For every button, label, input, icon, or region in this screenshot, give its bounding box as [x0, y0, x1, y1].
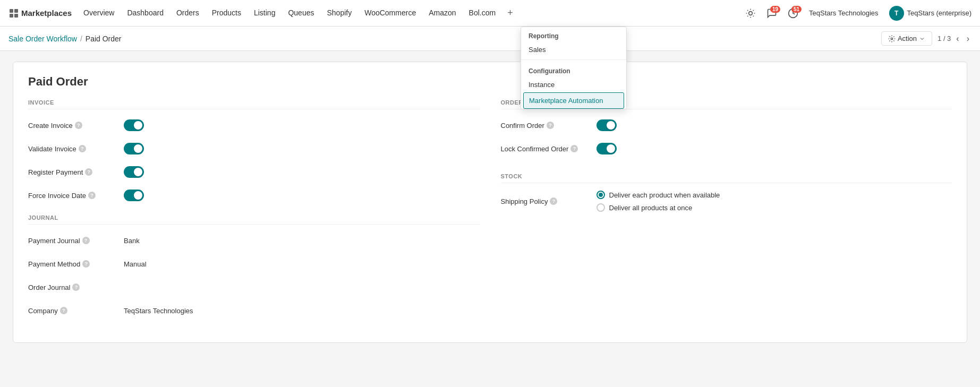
lock-confirmed-order-row: Lock Confirmed Order ?	[501, 140, 952, 157]
shipping-policy-help[interactable]: ?	[550, 197, 557, 205]
confirm-order-help[interactable]: ?	[547, 122, 554, 129]
payment-journal-label: Payment Journal ?	[28, 237, 124, 245]
form-title: Paid Order	[28, 75, 952, 89]
nav-item-woocommerce[interactable]: WooCommerce	[358, 0, 422, 26]
nav-item-products[interactable]: Products	[206, 0, 248, 26]
create-invoice-row: Create Invoice ?	[28, 117, 480, 134]
bug-icon-button[interactable]	[741, 5, 760, 22]
shipping-option-2[interactable]: Deliver all products at once	[596, 203, 720, 212]
breadcrumb-bar: Sale Order Workflow / Paid Order Action …	[0, 27, 980, 51]
chat-badge: 19	[770, 6, 780, 13]
action-button[interactable]: Action	[881, 31, 932, 46]
confirm-order-toggle[interactable]	[596, 119, 617, 131]
create-invoice-label: Create Invoice ?	[28, 122, 124, 130]
pager-next[interactable]: ›	[965, 33, 972, 45]
create-invoice-help[interactable]: ?	[75, 122, 82, 129]
form-sections: INVOICE Create Invoice ? Val	[28, 99, 952, 330]
confirm-order-row: Confirm Order ?	[501, 117, 952, 134]
left-column: INVOICE Create Invoice ? Val	[28, 99, 480, 330]
radio-deliver-each-label: Deliver each product when available	[609, 191, 720, 199]
main-content: Paid Order INVOICE Create Invoice ?	[0, 51, 980, 354]
journal-section: JOURNAL Payment Journal ? Bank Payment M…	[28, 214, 480, 319]
grid-icon	[10, 9, 18, 18]
nav-item-orders[interactable]: Orders	[170, 0, 206, 26]
invoice-section-header: INVOICE	[28, 99, 480, 109]
dropdown-marketplace-automation[interactable]: Marketplace Automation	[523, 92, 624, 109]
payment-journal-help[interactable]: ?	[82, 237, 90, 244]
force-invoice-date-toggle[interactable]	[124, 190, 144, 201]
register-payment-help[interactable]: ?	[85, 168, 92, 176]
shipping-policy-label: Shipping Policy ?	[501, 197, 596, 205]
nav-right: 19 51 TeqStars Technologies T TeqStars (…	[741, 5, 976, 22]
force-invoice-date-label: Force Invoice Date ?	[28, 192, 124, 200]
register-payment-label: Register Payment ?	[28, 168, 124, 176]
company-help[interactable]: ?	[60, 307, 67, 314]
journal-section-header: JOURNAL	[28, 214, 480, 225]
nav-item-bolcom[interactable]: Bol.com	[463, 0, 502, 26]
pager-text: 1 / 3	[938, 35, 951, 42]
payment-journal-value: Bank	[124, 237, 140, 245]
validate-invoice-label: Validate Invoice ?	[28, 145, 124, 153]
nav-item-overview[interactable]: Overview	[77, 0, 121, 26]
company-label: Company ?	[28, 307, 124, 315]
form-card: Paid Order INVOICE Create Invoice ?	[13, 62, 967, 343]
nav-item-shopify[interactable]: Shopify	[320, 0, 358, 26]
pager: 1 / 3 ‹ ›	[938, 33, 972, 45]
gear-icon	[888, 35, 896, 42]
order-journal-help[interactable]: ?	[72, 283, 80, 291]
shipping-policy-options: Deliver each product when available Deli…	[596, 191, 720, 212]
shipping-policy-row: Shipping Policy ? Deliver each product w…	[501, 191, 952, 212]
dropdown-sales[interactable]: Sales	[521, 42, 626, 57]
nav-item-queues[interactable]: Queues	[282, 0, 320, 26]
nav-item-amazon[interactable]: Amazon	[422, 0, 462, 26]
org-name[interactable]: TeqStars Technologies	[805, 9, 883, 17]
force-invoice-date-help[interactable]: ?	[88, 192, 96, 199]
invoice-section: INVOICE Create Invoice ? Val	[28, 99, 480, 204]
user-avatar: T	[889, 6, 904, 21]
radio-deliver-each[interactable]	[596, 191, 605, 199]
confirm-order-label: Confirm Order ?	[501, 122, 596, 130]
payment-method-value: Manual	[124, 260, 147, 268]
payment-method-row: Payment Method ? Manual	[28, 255, 480, 272]
stock-section-header: STOCK	[501, 173, 952, 183]
lock-confirmed-order-label: Lock Confirmed Order ?	[501, 145, 596, 153]
clock-icon-button[interactable]: 51	[783, 5, 803, 22]
pager-prev[interactable]: ‹	[954, 33, 961, 45]
dropdown-instance[interactable]: Instance	[521, 77, 626, 92]
validate-invoice-help[interactable]: ?	[79, 145, 86, 152]
breadcrumb-parent[interactable]: Sale Order Workflow	[8, 35, 77, 43]
nav-items: Overview Dashboard Orders Products Listi…	[77, 0, 518, 26]
shipping-option-1[interactable]: Deliver each product when available	[596, 191, 720, 199]
payment-journal-row: Payment Journal ? Bank	[28, 232, 480, 249]
lock-confirmed-order-toggle[interactable]	[596, 143, 617, 154]
nav-add-button[interactable]: +	[502, 0, 518, 26]
nav-item-dashboard[interactable]: Dashboard	[121, 0, 170, 26]
payment-method-label: Payment Method ?	[28, 260, 124, 268]
svg-point-0	[749, 11, 753, 15]
nav-item-listing[interactable]: Listing	[248, 0, 282, 26]
radio-deliver-all[interactable]	[596, 203, 605, 212]
create-invoice-toggle[interactable]	[124, 119, 144, 131]
nav-logo[interactable]: Marketplaces	[4, 8, 77, 18]
payment-method-help[interactable]: ?	[82, 260, 90, 268]
register-payment-row: Register Payment ?	[28, 164, 480, 180]
user-name: TeqStars (enterprise)	[907, 9, 972, 17]
company-value: TeqStars Technologies	[124, 307, 193, 315]
svg-point-2	[891, 38, 893, 40]
breadcrumb-separator: /	[80, 35, 82, 43]
chat-icon-button[interactable]: 19	[762, 5, 781, 22]
breadcrumb: Sale Order Workflow / Paid Order	[8, 35, 122, 43]
dropdown-reporting-header: Reporting	[521, 27, 626, 42]
force-invoice-date-row: Force Invoice Date ?	[28, 187, 480, 204]
top-nav: Marketplaces Overview Dashboard Orders P…	[0, 0, 980, 27]
lock-confirmed-order-help[interactable]: ?	[570, 145, 578, 152]
order-journal-row: Order Journal ?	[28, 279, 480, 296]
order-journal-label: Order Journal ?	[28, 283, 124, 291]
user-menu[interactable]: T TeqStars (enterprise)	[885, 6, 976, 21]
validate-invoice-toggle[interactable]	[124, 143, 144, 154]
validate-invoice-row: Validate Invoice ?	[28, 140, 480, 157]
chevron-down-icon	[919, 36, 925, 42]
register-payment-toggle[interactable]	[124, 166, 144, 178]
stock-section: STOCK Shipping Policy ? Deliver each pro…	[501, 173, 952, 212]
radio-deliver-all-label: Deliver all products at once	[609, 204, 693, 212]
